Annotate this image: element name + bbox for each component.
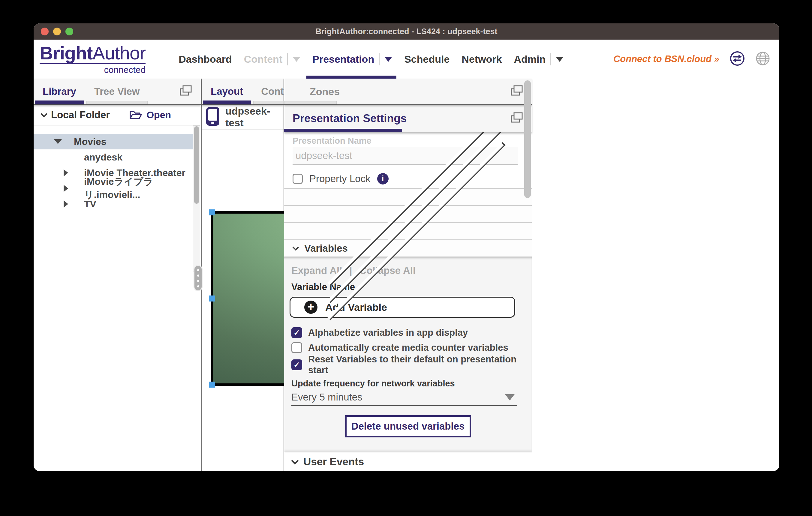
app-header: BrightAuthor connected Dashboard Content… bbox=[34, 39, 779, 79]
collapse-panel-icon[interactable] bbox=[179, 85, 193, 98]
resize-handle-w[interactable] bbox=[209, 296, 215, 302]
nav-schedule[interactable]: Schedule bbox=[404, 39, 450, 79]
traffic-lights bbox=[41, 23, 73, 39]
settings-accordion: Presentation Support Content i Internal … bbox=[284, 188, 532, 257]
nav-admin[interactable]: Admin bbox=[514, 39, 563, 79]
collapse-all-link[interactable]: Collapse All bbox=[359, 265, 416, 276]
update-frequency-select[interactable]: Every 5 minutes bbox=[291, 392, 517, 406]
brightauthor-logo: BrightAuthor connected bbox=[39, 43, 146, 75]
editor-panel: Layout Content bbox=[202, 79, 284, 471]
resize-handle-sw[interactable] bbox=[209, 382, 215, 388]
presentation-title: udpseek-test bbox=[225, 105, 284, 129]
collapse-panel-icon[interactable] bbox=[510, 85, 524, 98]
tab-tree-view[interactable]: Tree View bbox=[85, 79, 149, 104]
header-right: Connect to BSN.cloud » bbox=[613, 51, 770, 67]
sidebar-scrollbar[interactable] bbox=[193, 125, 200, 272]
collapsed-triangle-icon[interactable] bbox=[64, 169, 68, 176]
close-window-button[interactable] bbox=[41, 28, 49, 35]
plus-icon: + bbox=[304, 301, 317, 314]
sidebar-scrollbar-thumb[interactable] bbox=[194, 126, 199, 204]
expanded-triangle-icon[interactable] bbox=[54, 139, 62, 144]
app-body: Library Tree View Local Folder bbox=[34, 79, 779, 471]
editor-tabs: Layout Content bbox=[202, 79, 284, 105]
option-alphabetize: Alphabetize variables in app display bbox=[291, 327, 532, 338]
chevron-down-icon[interactable] bbox=[556, 57, 563, 62]
chevron-down-icon bbox=[505, 394, 515, 400]
delete-unused-variables-button[interactable]: Delete unused variables bbox=[345, 415, 471, 437]
presentation-monitor-icon bbox=[206, 107, 219, 127]
reset-variables-checkbox[interactable] bbox=[291, 359, 302, 370]
local-folder-row: Local Folder Open bbox=[34, 105, 201, 125]
section-user-events[interactable]: User Events bbox=[284, 452, 532, 471]
local-folder-label: Local Folder bbox=[51, 109, 110, 121]
window-title: BrightAuthor:connected - LS424 : udpseek… bbox=[315, 27, 497, 36]
tree-item-movies[interactable]: Movies bbox=[34, 134, 193, 149]
settings-panel: Zones Presentation Settings bbox=[284, 79, 532, 471]
main-nav: Dashboard Content Presentation Schedule … bbox=[178, 39, 563, 79]
presentation-settings-title: Presentation Settings bbox=[293, 112, 407, 125]
variables-links: Expand All | Collapse All bbox=[291, 265, 532, 276]
chevron-down-icon bbox=[293, 244, 299, 250]
property-lock-label: Property Lock bbox=[309, 173, 371, 184]
nav-presentation[interactable]: Presentation bbox=[312, 39, 392, 79]
nav-content: Content bbox=[244, 39, 300, 79]
chevron-down-icon bbox=[293, 57, 300, 62]
tree-item-imovie-library[interactable]: iMovieライブラリ.imovieli... bbox=[34, 181, 193, 196]
property-lock-row: Property Lock i bbox=[293, 171, 532, 186]
open-folder-icon bbox=[129, 110, 142, 120]
app-window: BrightAuthor:connected - LS424 : udpseek… bbox=[34, 23, 779, 471]
titlebar: BrightAuthor:connected - LS424 : udpseek… bbox=[34, 23, 779, 39]
open-folder-button[interactable]: Open bbox=[129, 110, 171, 121]
connect-bsn-link[interactable]: Connect to BSN.cloud » bbox=[613, 54, 719, 64]
nav-network[interactable]: Network bbox=[462, 39, 502, 79]
expand-all-link[interactable]: Expand All bbox=[291, 265, 342, 276]
add-variable-button[interactable]: + Add Variable bbox=[290, 297, 515, 318]
section-presentation[interactable]: Presentation bbox=[284, 189, 532, 206]
media-counter-checkbox[interactable] bbox=[291, 342, 302, 353]
variables-section: Expand All | Collapse All Variable Name … bbox=[284, 257, 532, 452]
collapsed-triangle-icon[interactable] bbox=[64, 185, 68, 192]
logo-subtitle: connected bbox=[39, 65, 146, 75]
info-icon[interactable]: i bbox=[377, 173, 388, 184]
presentation-settings-header: Presentation Settings bbox=[284, 105, 532, 132]
zones-header: Zones bbox=[284, 79, 532, 105]
library-sidebar: Library Tree View Local Folder bbox=[34, 79, 202, 471]
minimize-window-button[interactable] bbox=[53, 28, 61, 35]
media-tree: Movies anydesk iMovie Theater.theater iM… bbox=[34, 125, 201, 471]
alphabetize-checkbox[interactable] bbox=[291, 327, 302, 338]
update-frequency-label: Update frequency for network variables bbox=[291, 378, 532, 389]
chevron-down-icon[interactable] bbox=[384, 57, 392, 62]
tab-layout[interactable]: Layout bbox=[202, 79, 252, 104]
settings-body: Presentation Name udpseek-test Property … bbox=[284, 132, 532, 471]
collapse-panel-icon[interactable] bbox=[510, 112, 524, 125]
zoom-window-button[interactable] bbox=[65, 28, 73, 35]
resize-handle-nw[interactable] bbox=[209, 209, 215, 215]
collapsed-triangle-icon[interactable] bbox=[64, 201, 68, 208]
globe-language-icon[interactable] bbox=[755, 51, 770, 67]
panel-splitter-grip[interactable] bbox=[194, 265, 203, 291]
chevron-down-icon[interactable] bbox=[41, 111, 48, 118]
presentation-title-row: udpseek-test bbox=[202, 105, 284, 130]
logo-regular: Author bbox=[93, 42, 146, 63]
sync-transfer-icon[interactable] bbox=[729, 51, 745, 67]
settings-scrollbar-thumb[interactable] bbox=[524, 81, 531, 198]
layout-canvas[interactable]: Zone 1 bbox=[202, 130, 284, 471]
option-media-counter: Automatically create media counter varia… bbox=[291, 342, 532, 353]
zones-title: Zones bbox=[310, 86, 340, 97]
logo-bold: Bright bbox=[39, 42, 93, 63]
tree-item-anydesk[interactable]: anydesk bbox=[34, 149, 193, 165]
sidebar-tabs: Library Tree View bbox=[34, 79, 201, 105]
property-lock-checkbox[interactable] bbox=[293, 174, 303, 184]
option-reset-variables: Reset Variables to their default on pres… bbox=[291, 359, 532, 370]
chevron-down-icon bbox=[291, 457, 298, 464]
tab-library[interactable]: Library bbox=[34, 79, 85, 104]
nav-dashboard[interactable]: Dashboard bbox=[178, 39, 232, 79]
